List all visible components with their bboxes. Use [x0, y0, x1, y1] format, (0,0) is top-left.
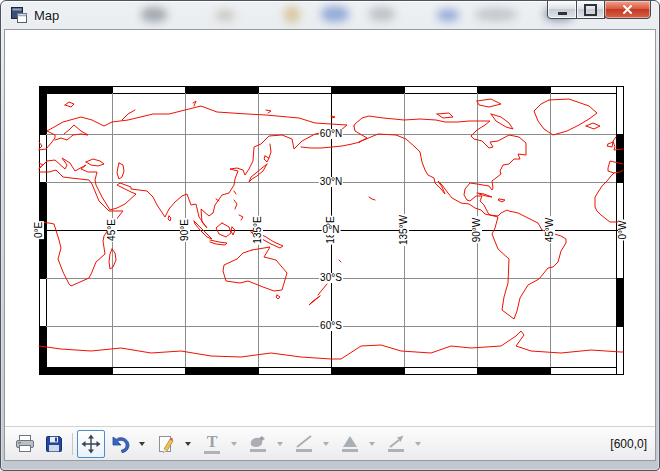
toolbar-separator: [72, 433, 73, 455]
edit-button[interactable]: [152, 430, 180, 458]
maximize-icon: [584, 4, 597, 16]
chevron-down-icon: [231, 442, 237, 446]
color-bar: [250, 449, 266, 452]
arrow-dropdown[interactable]: [411, 431, 424, 457]
window-app-icon: [11, 7, 27, 23]
edit-dropdown[interactable]: [181, 431, 194, 457]
line-dropdown[interactable]: [319, 431, 332, 457]
text-dropdown[interactable]: [227, 431, 240, 457]
brush-icon: [249, 435, 267, 452]
brush-dropdown[interactable]: [273, 431, 286, 457]
titlebar[interactable]: Map: [1, 1, 659, 29]
print-button[interactable]: [11, 430, 39, 458]
edit-icon: [156, 434, 176, 454]
graticule-layer: [46, 93, 616, 367]
titlebar-ghost-icon: [215, 10, 235, 21]
color-bar: [204, 451, 220, 454]
print-icon: [14, 434, 36, 454]
undo-button[interactable]: [106, 430, 134, 458]
titlebar-ghost-icon: [475, 8, 517, 21]
brush-button[interactable]: [244, 430, 272, 458]
text-button[interactable]: T: [198, 430, 226, 458]
close-icon: [621, 4, 634, 15]
color-bar: [388, 449, 404, 452]
chevron-down-icon: [277, 442, 283, 446]
maximize-button[interactable]: [576, 1, 605, 19]
titlebar-ghost-icon: [321, 6, 349, 22]
chevron-down-icon: [415, 442, 421, 446]
line-icon: [295, 435, 313, 452]
window-title: Map: [34, 8, 59, 23]
map-canvas[interactable]: [5, 30, 657, 462]
line-button[interactable]: [290, 430, 318, 458]
save-icon: [44, 434, 64, 454]
titlebar-ghost-icon: [284, 6, 300, 23]
minimize-button[interactable]: [547, 1, 577, 19]
map-window: Map 0°E45°E90°E135°E180°E135°W90°W45°W0°…: [0, 0, 660, 471]
undo-icon: [109, 434, 131, 454]
arrow-button[interactable]: [382, 430, 410, 458]
annotation-toolbar: T: [5, 426, 655, 460]
save-button[interactable]: [40, 430, 68, 458]
titlebar-ghost-icon: [437, 9, 459, 21]
coordinate-status: [600,0]: [610, 437, 647, 451]
pan-icon: [81, 434, 101, 454]
shape-dropdown[interactable]: [365, 431, 378, 457]
arrow-icon: [387, 435, 405, 452]
shape-button[interactable]: [336, 430, 364, 458]
titlebar-ghost-icon: [369, 7, 395, 21]
chevron-down-icon: [139, 442, 145, 446]
close-button[interactable]: [604, 1, 651, 19]
client-area: 0°E45°E90°E135°E180°E135°W90°W45°W0°W60°…: [4, 29, 656, 461]
color-bar: [342, 449, 358, 452]
chevron-down-icon: [323, 442, 329, 446]
titlebar-ghost-icon: [141, 7, 167, 22]
pan-button[interactable]: [77, 430, 105, 458]
chevron-down-icon: [369, 442, 375, 446]
minimize-icon: [558, 12, 567, 15]
window-controls: [548, 1, 651, 19]
text-icon: T: [204, 434, 220, 454]
triangle-icon: [341, 435, 359, 452]
chevron-down-icon: [185, 442, 191, 446]
color-bar: [296, 449, 312, 452]
undo-dropdown[interactable]: [135, 431, 148, 457]
